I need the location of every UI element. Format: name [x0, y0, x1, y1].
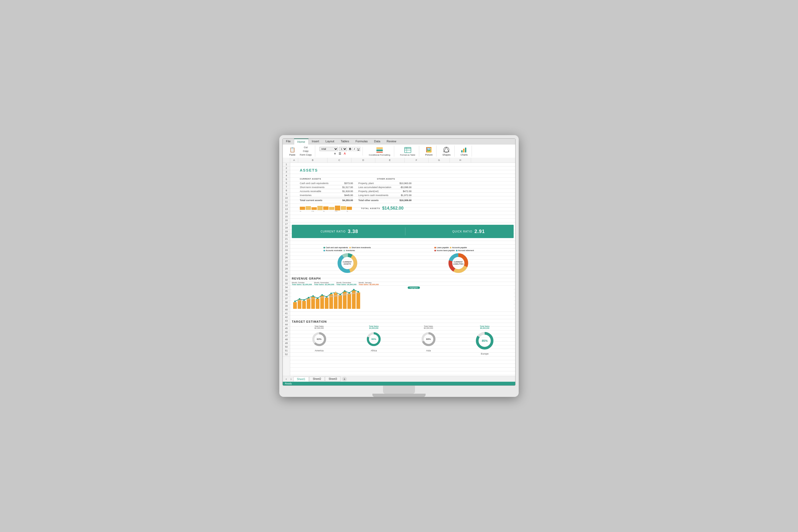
- highlight-badge: Highlights: [407, 286, 420, 289]
- add-sheet-button[interactable]: +: [342, 377, 347, 381]
- paste-button[interactable]: 📋 Paste: [287, 146, 298, 157]
- tab-formulas[interactable]: Formulas: [352, 138, 371, 144]
- current-assets-table: Cash and cash equivalents $373.00 Short-…: [300, 182, 353, 203]
- format-icons: B I U: [348, 147, 361, 151]
- sheet-tab-2[interactable]: Sheet2: [309, 376, 325, 381]
- svg-rect-44: [325, 298, 328, 309]
- row-11: 1x 1.5x 2x 2.5x 3x TOTAL ASSETS: [292, 205, 514, 212]
- col-a: A: [290, 158, 298, 163]
- row-header-30: 30: [283, 271, 290, 274]
- donut-charts-row: Cash and cash equivalents Short-term inv…: [292, 247, 514, 274]
- tab-insert[interactable]: Insert: [308, 138, 322, 144]
- row-header-3: 3: [283, 170, 290, 174]
- tab-file[interactable]: File: [283, 138, 294, 144]
- row-header-18: 18: [283, 226, 290, 230]
- row-header-14: 14: [283, 211, 290, 215]
- month-nov: Month: November Total Sales: $3,000,000: [314, 282, 334, 285]
- underline-icon[interactable]: U: [357, 147, 361, 151]
- svg-point-59: [321, 294, 323, 296]
- copy-button[interactable]: Copy: [299, 149, 313, 153]
- bold-icon[interactable]: B: [348, 147, 353, 151]
- current-ratio-label: CURRENT RATIO: [321, 230, 345, 233]
- svg-rect-49: [347, 293, 351, 309]
- current-assets-header: CURRENT ASSETS: [300, 178, 329, 182]
- target-title: TARGET ESTIMATION: [292, 320, 514, 323]
- rows-17-18: [292, 240, 514, 246]
- format-table-button[interactable]: Format as Table: [398, 146, 417, 157]
- align-left-icon[interactable]: ≡: [333, 152, 337, 155]
- svg-rect-10: [461, 150, 462, 152]
- row-header-21: 21: [283, 237, 290, 241]
- asset-row-total-current: Total current assets $4,253.00: [300, 198, 353, 203]
- quick-ratio-value: 2.91: [475, 229, 485, 234]
- row-header-22: 22: [283, 241, 290, 245]
- tab-data[interactable]: Data: [371, 138, 383, 144]
- shapes-button[interactable]: Shapes: [441, 146, 452, 157]
- row-header-13: 13: [283, 208, 290, 211]
- tab-layout[interactable]: Layout: [322, 138, 338, 144]
- svg-point-60: [326, 296, 327, 298]
- row-header-28: 28: [283, 263, 290, 267]
- cell-d4[interactable]: [353, 178, 377, 182]
- ribbon-content: 📋 Paste Cut Copy Form Copy: [283, 145, 515, 158]
- total-assets-value: $14,562.00: [382, 206, 403, 211]
- italic-icon[interactable]: I: [353, 147, 356, 151]
- svg-rect-16: [317, 206, 323, 210]
- quick-ratio-item: QUICK RATIO 2.91: [452, 229, 484, 234]
- charts-button[interactable]: Charts: [459, 146, 470, 157]
- current-liabilities-center-text: CURRENTLIABILITIES: [453, 261, 463, 265]
- row-header-19: 19: [283, 230, 290, 233]
- svg-rect-19: [335, 206, 340, 210]
- grid-content: ASSETS CURRENT ASSETS OTHER ASSETS: [290, 163, 515, 376]
- status-bar: Ready: [283, 382, 515, 385]
- charts-icon: [460, 146, 468, 153]
- format-table-icon: [404, 146, 412, 154]
- tab-home[interactable]: Home: [294, 138, 308, 145]
- prev-sheet-button[interactable]: ‹: [284, 377, 289, 381]
- rows-38-40: [292, 312, 514, 318]
- align-center-icon[interactable]: ☰: [338, 152, 342, 156]
- tab-review[interactable]: Review: [384, 138, 400, 144]
- sheet-tabs: ‹ › Sheet1 Sheet2 Sheet3 +: [283, 376, 515, 382]
- asset-row-property-net: Property, plant(net) $472.00: [358, 189, 412, 193]
- next-sheet-button[interactable]: ›: [289, 377, 293, 381]
- row-header-4: 4: [283, 174, 290, 178]
- ratio-divider: [405, 227, 405, 235]
- tab-tables[interactable]: Tables: [338, 138, 353, 144]
- ribbon-tabs: File Home Insert Layout Tables Formulas …: [283, 138, 515, 145]
- asset-row-cash: Cash and cash equivalents $373.00: [300, 182, 353, 185]
- revenue-section: REVENUE GRAPH Month: October Total Sales…: [292, 277, 514, 310]
- current-assets-legend: Cash and cash equivalents Short-term inv…: [323, 247, 371, 251]
- america-percent: 63%: [317, 338, 322, 341]
- sheet-tab-1[interactable]: Sheet1: [293, 377, 309, 381]
- font-color-icon[interactable]: A: [343, 152, 347, 155]
- total-assets-label: TOTAL ASSETS: [361, 207, 380, 210]
- font-family-select[interactable]: Arial: [320, 147, 338, 151]
- row-header-5: 5: [283, 178, 290, 182]
- svg-point-63: [339, 294, 341, 295]
- monitor-stand: [383, 386, 415, 394]
- revenue-chart: Highlights: [292, 286, 514, 310]
- legend-inventories: Inventories: [343, 249, 355, 251]
- cell-c4[interactable]: [329, 178, 353, 182]
- row-header-41: 41: [283, 312, 290, 316]
- asset-row-property: Property, plant $10,963.00: [358, 182, 412, 185]
- svg-rect-21: [347, 207, 352, 210]
- svg-point-57: [312, 295, 314, 297]
- row-header-46: 46: [283, 330, 290, 334]
- legend-dot-receivable: [323, 250, 325, 251]
- cut-button[interactable]: Cut: [299, 146, 313, 149]
- cell-a4[interactable]: [292, 178, 300, 182]
- conditional-formatting-button[interactable]: Conditional Formatting: [367, 146, 392, 157]
- row-header-39: 39: [283, 304, 290, 308]
- donut-europe: Total Sales$6,000,000 85% Europe: [475, 325, 494, 355]
- row-header-37: 37: [283, 297, 290, 301]
- svg-rect-2: [376, 152, 383, 153]
- font-size-select[interactable]: 11: [339, 147, 347, 151]
- row-1: [292, 165, 514, 169]
- asia-percent: 69%: [426, 338, 431, 341]
- picture-button[interactable]: 🖼️ Picture: [423, 146, 434, 157]
- sheet-tab-3[interactable]: Sheet3: [325, 376, 341, 381]
- row-header-7: 7: [283, 185, 290, 189]
- form-copy-button[interactable]: Form Copy: [299, 153, 313, 157]
